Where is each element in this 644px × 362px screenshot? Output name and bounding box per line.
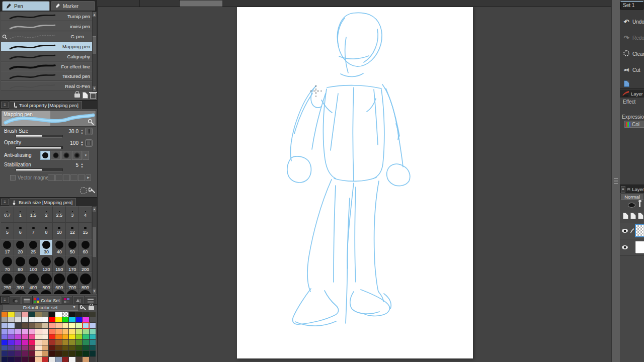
color-swatch[interactable]	[62, 351, 68, 356]
color-swatch[interactable]	[83, 340, 89, 345]
wrench-icon[interactable]	[80, 304, 87, 311]
color-swatch[interactable]	[76, 334, 82, 339]
color-swatch[interactable]	[76, 317, 82, 322]
color-swatch[interactable]	[2, 312, 8, 317]
subtool-item-g-pen[interactable]: G-pen	[1, 32, 92, 41]
subtool-item-caligraphy[interactable]: Caligraphy	[1, 52, 92, 61]
brush-size-cell-700[interactable]: 700	[66, 272, 79, 289]
panel-menu-icon[interactable]: ≡	[1, 199, 9, 205]
color-swatch[interactable]	[22, 329, 28, 334]
color-swatch[interactable]	[22, 351, 28, 356]
color-swatch[interactable]	[62, 317, 68, 322]
color-swatch[interactable]	[8, 323, 14, 328]
delete-subtool-icon[interactable]	[90, 93, 96, 99]
color-swatch[interactable]	[83, 345, 89, 350]
quick-access-tab[interactable]: Set 1	[620, 1, 643, 10]
color-swatch[interactable]	[49, 357, 55, 362]
pin-icon[interactable]	[639, 202, 640, 207]
color-swatch[interactable]	[49, 345, 55, 350]
color-swatch[interactable]	[62, 323, 68, 328]
aa-strong-button[interactable]	[72, 151, 82, 160]
color-swatch[interactable]	[29, 317, 35, 322]
layer-property-header[interactable]: Layer	[620, 89, 644, 98]
color-swatch[interactable]	[15, 317, 21, 322]
color-swatch[interactable]	[83, 312, 89, 317]
lock-subtool-icon[interactable]	[74, 94, 80, 98]
brush-size-scrollbar[interactable]: ▲ ▼	[92, 206, 97, 294]
color-swatch[interactable]	[76, 357, 82, 362]
brush-size-cell-25[interactable]: 25	[27, 239, 40, 256]
brush-size-slider[interactable]	[16, 135, 63, 138]
color-swatch[interactable]	[42, 334, 48, 339]
color-swatch[interactable]	[8, 329, 14, 334]
color-swatch[interactable]	[8, 357, 14, 362]
color-swatch[interactable]	[42, 312, 48, 317]
brush-size-cell-20[interactable]: 20	[14, 239, 27, 256]
color-swatch[interactable]	[42, 329, 48, 334]
color-swatch[interactable]	[29, 334, 35, 339]
color-swatch[interactable]	[42, 345, 48, 350]
command-redo[interactable]: ↷Redo	[620, 31, 644, 44]
color-swatch[interactable]	[83, 329, 89, 334]
tab-marker[interactable]: Marker	[51, 1, 95, 11]
color-swatch[interactable]	[62, 357, 68, 362]
color-swatch[interactable]	[90, 312, 96, 317]
scroll-up-icon[interactable]: ▲	[93, 207, 96, 212]
color-swatch[interactable]	[49, 317, 55, 322]
brush-size-cell-0.7[interactable]: 0.7	[1, 206, 14, 223]
scroll-up-icon[interactable]: ▲	[93, 12, 96, 17]
brush-size-cell-4[interactable]: 4	[79, 206, 92, 223]
brush-size-cell-1.5[interactable]: 1.5	[27, 206, 40, 223]
color-swatch[interactable]	[69, 317, 75, 322]
vector-magnet-checkbox[interactable]	[10, 175, 16, 180]
color-swatch[interactable]	[69, 312, 75, 317]
tool-property-tab[interactable]: Tool property [Mapping pen]	[10, 101, 82, 109]
vector-magnet-opt-4[interactable]	[70, 174, 77, 181]
brush-size-cell-600[interactable]: 600	[53, 272, 66, 289]
color-swatch[interactable]	[90, 329, 96, 334]
color-swatch[interactable]	[90, 340, 96, 345]
color-swatch[interactable]	[49, 334, 55, 339]
color-swatch[interactable]	[15, 323, 21, 328]
color-swatch[interactable]	[76, 323, 82, 328]
color-swatch[interactable]	[15, 357, 21, 362]
color-swatch[interactable]	[35, 345, 41, 350]
color-swatch[interactable]	[55, 345, 61, 350]
magnifier-icon[interactable]	[88, 119, 94, 125]
color-swatch[interactable]	[22, 312, 28, 317]
color-swatch[interactable]	[8, 334, 14, 339]
scrollbar-thumb[interactable]	[93, 227, 96, 258]
color-swatch[interactable]	[29, 329, 35, 334]
tab-color-history[interactable]	[85, 296, 97, 304]
brush-size-cell-300[interactable]: 300	[14, 272, 27, 289]
color-swatch[interactable]	[2, 323, 8, 328]
color-swatch[interactable]	[69, 334, 75, 339]
drawing-canvas[interactable]	[237, 7, 473, 358]
vector-magnet-opt-2[interactable]	[55, 174, 62, 181]
brush-size-cell-partial[interactable]	[53, 289, 66, 294]
color-swatch[interactable]	[35, 340, 41, 345]
stabilization-stepper[interactable]: ▲▼	[79, 162, 85, 169]
new-layer-icon[interactable]	[623, 213, 628, 219]
color-swatch[interactable]	[8, 312, 14, 317]
brush-size-cell-6[interactable]: 6	[14, 223, 27, 239]
color-swatch[interactable]	[29, 312, 35, 317]
brush-size-cell-partial[interactable]	[66, 289, 79, 294]
wrench-icon[interactable]	[89, 187, 96, 194]
paper-thumbnail[interactable]	[635, 241, 644, 254]
tab-approximate-color[interactable]	[73, 296, 84, 304]
layer-thumbnail[interactable]	[635, 224, 644, 237]
color-swatch[interactable]	[76, 345, 82, 350]
stabilization-slider[interactable]	[16, 168, 63, 171]
color-swatch[interactable]	[69, 345, 75, 350]
color-swatch[interactable]	[22, 334, 28, 339]
brush-size-cell-500[interactable]: 500	[40, 272, 53, 289]
color-swatch[interactable]	[2, 345, 8, 350]
layer-panel-header[interactable]: ≡ Layer	[620, 185, 644, 193]
vector-magnet-expand-icon[interactable]: ▶	[86, 174, 91, 181]
vector-magnet-opt-3[interactable]	[63, 174, 70, 181]
brush-size-cell-3[interactable]: 3	[66, 206, 79, 223]
color-swatch[interactable]	[42, 323, 48, 328]
scrollbar-thumb[interactable]	[93, 36, 96, 54]
selected-color-swatch[interactable]	[83, 323, 89, 328]
